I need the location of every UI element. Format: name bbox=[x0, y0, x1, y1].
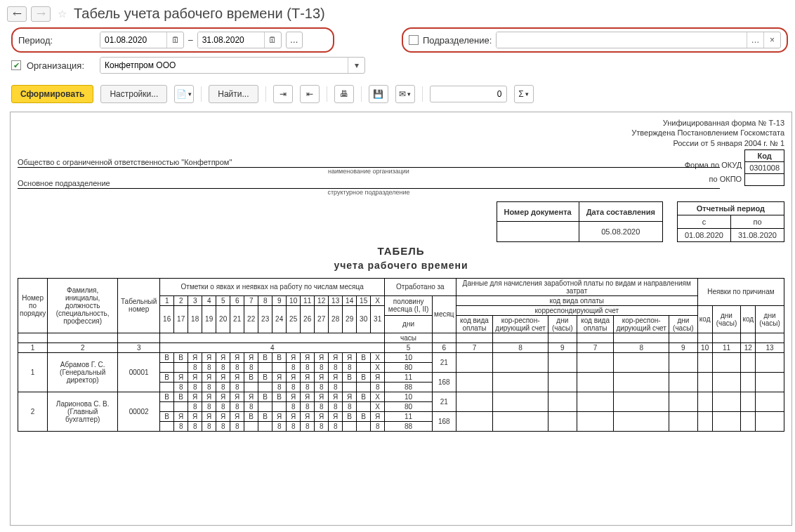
period-label: Период: bbox=[18, 35, 96, 46]
settings-button[interactable]: Настройки... bbox=[100, 85, 167, 103]
subdivision-input[interactable] bbox=[497, 32, 747, 48]
doc-number-table: Номер документаДата составления 05.08.20… bbox=[497, 201, 663, 242]
tabel-title2: учета рабочего времени bbox=[18, 260, 784, 271]
favorite-icon[interactable]: ☆ bbox=[58, 8, 67, 20]
organization-input[interactable] bbox=[100, 58, 348, 73]
save-button[interactable]: 💾 bbox=[369, 85, 388, 103]
email-button[interactable]: ✉ bbox=[395, 85, 415, 103]
number-input[interactable] bbox=[430, 86, 507, 102]
codes-table: Код 0301008 bbox=[744, 149, 784, 186]
generate-button[interactable]: Сформировать bbox=[11, 85, 93, 103]
nav-back-button[interactable]: 🡐 bbox=[7, 6, 27, 22]
page-title: Табель учета рабочего времени (Т-13) bbox=[74, 6, 325, 22]
organization-label: Организация: bbox=[27, 60, 94, 71]
settings-extra-button[interactable]: 📄 bbox=[174, 85, 194, 103]
dept-name: Основное подразделение bbox=[18, 179, 720, 189]
nav-forward-button: 🡒 bbox=[31, 6, 51, 22]
timesheet-table: Номер по порядкуФамилия, инициалы, должн… bbox=[18, 278, 784, 432]
org-name: Общество с ограниченной ответственностью… bbox=[18, 158, 720, 168]
print-button[interactable]: 🖶 bbox=[334, 85, 354, 103]
expand-button[interactable]: ⇥ bbox=[273, 85, 293, 103]
organization-checkbox[interactable]: ✔ bbox=[11, 60, 21, 70]
dropdown-icon[interactable]: ▾ bbox=[348, 58, 364, 73]
subdivision-clear-button[interactable]: × bbox=[763, 32, 780, 48]
period-more-button[interactable]: … bbox=[286, 32, 303, 48]
range-dash: – bbox=[188, 35, 193, 45]
calendar-icon[interactable]: 🗓 bbox=[166, 32, 183, 48]
subdivision-more-button[interactable]: … bbox=[747, 32, 763, 48]
form-line1: Унифицированная форма № Т-13 bbox=[18, 118, 784, 128]
report-period-table: Отчетный период спо 01.08.202031.08.2020 bbox=[677, 201, 784, 242]
form-line3: России от 5 января 2004 г. № 1 bbox=[18, 138, 784, 148]
tabel-title1: ТАБЕЛЬ bbox=[18, 245, 784, 257]
date-from-input[interactable] bbox=[100, 32, 166, 48]
calendar-icon[interactable]: 🗓 bbox=[264, 32, 281, 48]
subdivision-label: Подразделение: bbox=[423, 35, 492, 46]
dept-sub: структурное подразделение bbox=[18, 189, 720, 196]
collapse-button[interactable]: ⇤ bbox=[300, 85, 320, 103]
report-area: Унифицированная форма № Т-13 Утверждена … bbox=[10, 112, 792, 526]
form-line2: Утверждена Постановлением Госкомстата bbox=[18, 128, 784, 138]
find-button[interactable]: Найти... bbox=[209, 85, 258, 103]
sigma-button[interactable]: Σ bbox=[514, 85, 534, 103]
org-sub: наименование организации bbox=[18, 168, 720, 175]
date-to-input[interactable] bbox=[198, 32, 264, 48]
subdivision-checkbox[interactable] bbox=[409, 35, 419, 45]
